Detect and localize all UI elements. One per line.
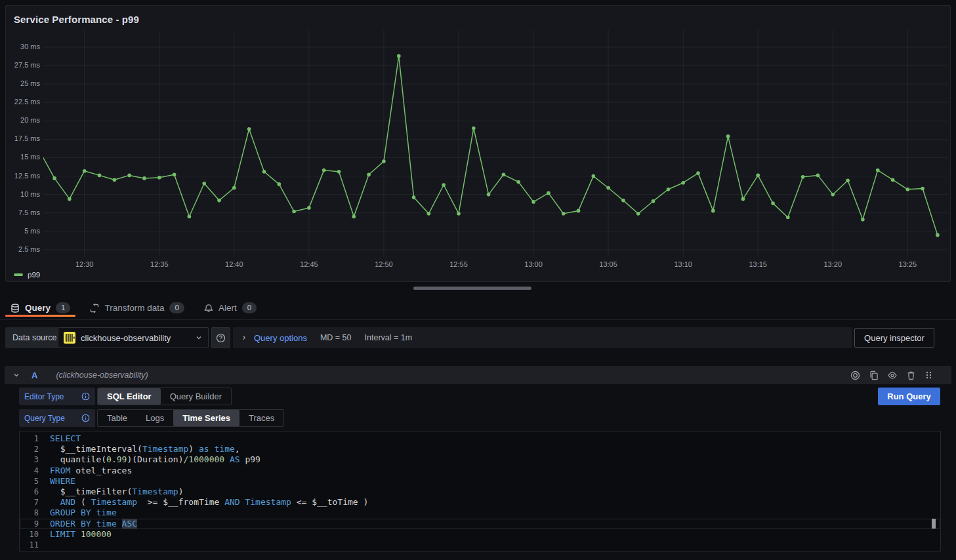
query-type-label-box: Query Type (19, 409, 95, 427)
run-query-button[interactable]: Run Query (878, 388, 940, 405)
delete-query-trash-icon[interactable] (906, 370, 916, 380)
code-line-1[interactable]: 1SELECT (20, 433, 940, 444)
x-tick-label: 12:50 (375, 260, 393, 268)
query-inspector-button[interactable]: Query inspector (854, 328, 934, 348)
chevron-down-icon (195, 334, 203, 342)
y-tick-label: 10 ms (20, 190, 40, 198)
query-type-option-traces[interactable]: Traces (239, 410, 283, 426)
x-axis: 12:3012:3512:4012:4512:5012:5513:0013:05… (43, 260, 947, 271)
timeseries-panel: Service Performance - p99 2.5 ms5 ms7.5 … (5, 5, 951, 282)
editor-tabs: Query 1 Transform data 0 Alert 0 (0, 296, 956, 320)
legend-label: p99 (28, 271, 40, 279)
y-tick-label: 5 ms (24, 227, 40, 235)
duplicate-query-icon[interactable] (869, 370, 879, 380)
datasource-help-button[interactable] (211, 327, 230, 348)
code-lines: 1SELECT2 $__timeInterval(Timestamp) as t… (20, 433, 940, 550)
y-tick-label: 20 ms (20, 116, 40, 124)
question-circle-icon (216, 333, 226, 343)
transform-icon (90, 304, 99, 313)
database-icon (10, 304, 20, 313)
x-tick-label: 12:55 (449, 260, 468, 268)
legend-item-p99[interactable]: p99 (14, 271, 40, 279)
code-text: ORDER BY time ASC (50, 519, 137, 529)
editor-type-option-query-builder[interactable]: Query Builder (161, 388, 231, 405)
editor-type-label: Editor Type (24, 392, 64, 401)
bell-icon (204, 304, 213, 313)
plot-area[interactable] (43, 30, 947, 256)
query-options-interval: Interval = 1m (365, 333, 413, 342)
line-number: 4 (20, 466, 39, 476)
code-line-2[interactable]: 2 $__timeInterval(Timestamp) as time, (20, 444, 940, 454)
code-line-8[interactable]: 8GROUP BY time (20, 508, 940, 518)
hide-response-eye-icon[interactable] (887, 370, 898, 380)
query-type-option-time-series[interactable]: Time Series (173, 410, 239, 426)
tab-query[interactable]: Query 1 (5, 296, 75, 319)
query-row-actions (850, 370, 944, 380)
datasource-selected-value: clickhouse-observability (81, 333, 190, 343)
code-line-5[interactable]: 5WHERE (20, 476, 940, 487)
code-line-6[interactable]: 6 $__timeFilter(Timestamp) (20, 487, 940, 497)
y-tick-label: 15 ms (20, 153, 40, 161)
line-number: 11 (20, 540, 39, 550)
query-type-option-logs[interactable]: Logs (136, 410, 173, 426)
line-number: 3 (20, 454, 39, 465)
overview-ruler-marker (932, 519, 936, 529)
code-line-4[interactable]: 4FROM otel_traces (20, 466, 940, 476)
y-tick-label: 12.5 ms (14, 172, 40, 180)
line-number: 2 (20, 444, 39, 454)
tab-transform-data[interactable]: Transform data 0 (85, 296, 189, 319)
code-line-9[interactable]: 9ORDER BY time ASC (20, 519, 940, 529)
x-tick-label: 13:05 (599, 260, 617, 268)
legend-color-swatch (14, 273, 23, 276)
y-tick-label: 2.5 ms (18, 245, 40, 253)
code-line-3[interactable]: 3 quantile(0.99)(Duration)/1000000 AS p9… (20, 454, 940, 465)
y-tick-label: 7.5 ms (18, 209, 40, 216)
datasource-label: Data source (5, 327, 64, 348)
query-type-radio-group: Table Logs Time Series Traces (97, 409, 284, 427)
x-tick-label: 13:25 (899, 260, 917, 268)
collapse-chevron-icon[interactable] (12, 371, 20, 379)
tab-query-count-badge: 1 (56, 302, 70, 313)
horizontal-scrollbar-thumb[interactable] (413, 287, 531, 290)
line-number: 1 (20, 433, 39, 444)
code-line-11[interactable]: 11 (20, 540, 940, 550)
chevron-right-icon (241, 334, 247, 341)
code-text: $__timeInterval(Timestamp) as time, (50, 444, 240, 454)
info-circle-icon[interactable] (81, 414, 90, 422)
info-circle-icon[interactable] (81, 392, 90, 401)
code-text: FROM otel_traces (50, 466, 132, 476)
line-number: 7 (20, 497, 39, 508)
clickhouse-logo (64, 332, 75, 344)
y-tick-label: 25 ms (20, 79, 40, 87)
query-row-header[interactable]: A (clickhouse-observability) (5, 366, 951, 384)
x-tick-label: 13:10 (674, 260, 692, 268)
editor-type-radio-group: SQL Editor Query Builder (97, 388, 232, 405)
query-options-link[interactable]: Query options (254, 333, 307, 343)
query-type-label: Query Type (24, 414, 65, 423)
drag-handle-icon[interactable] (925, 370, 933, 380)
grafana-panel-edit-view: Service Performance - p99 2.5 ms5 ms7.5 … (0, 0, 956, 560)
tab-alert[interactable]: Alert 0 (199, 296, 262, 319)
query-options-md: MD = 50 (320, 333, 352, 342)
y-tick-label: 27.5 ms (14, 61, 40, 69)
datasource-bar: Data source clickhouse-observability (0, 327, 956, 348)
tab-transform-label: Transform data (104, 303, 164, 313)
editor-type-option-sql-editor[interactable]: SQL Editor (98, 388, 161, 405)
line-number: 8 (20, 508, 39, 518)
query-ref-id: A (31, 370, 37, 380)
code-text: WHERE (50, 476, 75, 487)
line-number: 5 (20, 476, 39, 487)
code-text: $__timeFilter(Timestamp) (50, 487, 184, 497)
query-type-option-table[interactable]: Table (98, 410, 136, 426)
code-line-7[interactable]: 7 AND ( Timestamp >= $__fromTime AND Tim… (20, 497, 940, 508)
code-line-10[interactable]: 10LIMIT 100000 (20, 529, 940, 540)
query-options-section[interactable]: Query options MD = 50 Interval = 1m (233, 327, 852, 348)
disable-query-icon[interactable] (850, 370, 860, 380)
tab-alert-count-badge: 0 (242, 302, 257, 313)
tab-query-label: Query (25, 303, 51, 313)
x-tick-label: 13:15 (749, 260, 767, 268)
sql-code-editor[interactable]: 1SELECT2 $__timeInterval(Timestamp) as t… (19, 431, 941, 551)
tab-alert-label: Alert (218, 303, 237, 313)
datasource-picker[interactable]: clickhouse-observability (58, 327, 209, 348)
tab-transform-count-badge: 0 (169, 302, 184, 313)
